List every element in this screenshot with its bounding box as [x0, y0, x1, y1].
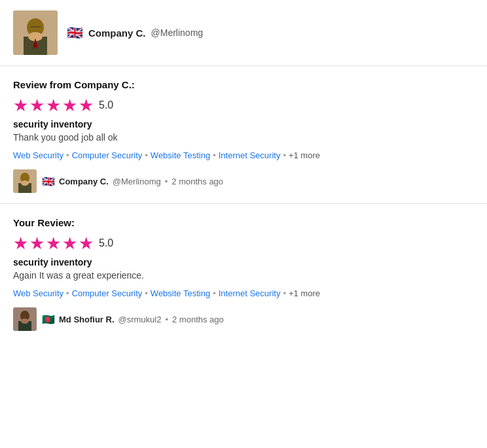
- flag-icon-header: 🇬🇧: [67, 25, 83, 41]
- tag-website-testing-1[interactable]: Website Testing: [151, 150, 210, 160]
- tag-web-security-2[interactable]: Web Security: [13, 288, 63, 298]
- dot-sep-2a: •: [66, 288, 69, 298]
- reviewer-handle-1: @Merlinomg: [113, 177, 161, 186]
- star-1-4: ★: [62, 97, 77, 114]
- review-section-2: Your Review: ★ ★ ★ ★ ★ 5.0 security inve…: [0, 204, 487, 341]
- reviewer-info-2: 🇧🇩 Md Shofiur R. @srmukul2 • 2 months ag…: [42, 313, 224, 326]
- dot-sep-2d: •: [283, 288, 286, 298]
- tag-internet-security-2[interactable]: Internet Security: [219, 288, 281, 298]
- star-1-5: ★: [79, 97, 94, 114]
- svg-point-13: [21, 319, 29, 324]
- star-1-2: ★: [29, 97, 45, 114]
- svg-point-9: [21, 181, 29, 186]
- review-section-1: Review from Company C.: ★ ★ ★ ★ ★ 5.0 se…: [0, 66, 487, 204]
- tag-website-testing-2[interactable]: Website Testing: [151, 288, 210, 298]
- sep-dot-2: •: [165, 315, 168, 324]
- reviewer-row-2: 🇧🇩 Md Shofiur R. @srmukul2 • 2 months ag…: [13, 307, 474, 331]
- tag-internet-security-1[interactable]: Internet Security: [219, 150, 281, 160]
- review-body-1: Thank you good job all ok: [13, 132, 474, 143]
- reviewer-row-1: 🇬🇧 Company C. @Merlinomg • 2 months ago: [13, 169, 474, 193]
- star-2-5: ★: [79, 235, 94, 252]
- more-link-2[interactable]: +1 more: [289, 288, 320, 298]
- sep-dot-1: •: [165, 177, 168, 186]
- review-body-2: Again It was a great experience.: [13, 270, 474, 281]
- dot-sep-2b: •: [145, 288, 148, 298]
- tag-computer-security-2[interactable]: Computer Security: [72, 288, 143, 298]
- profile-header: 🇬🇧 Company C. @Merlinomg: [0, 0, 487, 66]
- rating-num-1: 5.0: [99, 99, 113, 111]
- dot-sep-1a: •: [66, 150, 69, 160]
- star-1-3: ★: [46, 97, 61, 114]
- dot-sep-2c: •: [213, 288, 216, 298]
- your-review-label: Your Review:: [13, 217, 474, 228]
- tags-row-1: Web Security • Computer Security • Websi…: [13, 150, 474, 160]
- header-company-name: Company C.: [88, 27, 146, 39]
- more-link-1[interactable]: +1 more: [289, 150, 320, 160]
- reviewer-flag-2: 🇧🇩: [42, 313, 55, 326]
- star-2-3: ★: [46, 235, 61, 252]
- rating-num-2: 5.0: [99, 237, 113, 249]
- header-username: @Merlinomg: [151, 27, 204, 38]
- reviewer-flag-1: 🇬🇧: [42, 175, 55, 188]
- reviewer-time-2: 2 months ago: [172, 315, 224, 324]
- stars-row-1: ★ ★ ★ ★ ★ 5.0: [13, 97, 474, 114]
- dot-sep-1d: •: [283, 150, 286, 160]
- reviewer-name-1: Company C.: [59, 177, 109, 186]
- star-2-4: ★: [62, 235, 77, 252]
- review-title-1: security inventory: [13, 119, 474, 129]
- star-1-1: ★: [13, 97, 28, 114]
- tag-web-security-1[interactable]: Web Security: [13, 150, 63, 160]
- tags-row-2: Web Security • Computer Security • Websi…: [13, 288, 474, 298]
- dot-sep-1c: •: [213, 150, 216, 160]
- review-title-2: security inventory: [13, 257, 474, 267]
- reviewer-avatar-2: [13, 307, 37, 331]
- dot-sep-1b: •: [145, 150, 148, 160]
- reviewer-handle-2: @srmukul2: [118, 315, 162, 324]
- reviewer-avatar-1: [13, 169, 37, 193]
- tag-computer-security-1[interactable]: Computer Security: [72, 150, 143, 160]
- star-2-2: ★: [29, 235, 45, 252]
- stars-row-2: ★ ★ ★ ★ ★ 5.0: [13, 235, 474, 252]
- reviewer-time-1: 2 months ago: [171, 177, 223, 186]
- avatar-large: [13, 10, 58, 55]
- review-from-label: Review from Company C.:: [13, 79, 474, 90]
- header-info: 🇬🇧 Company C. @Merlinomg: [67, 25, 203, 41]
- reviewer-name-2: Md Shofiur R.: [59, 315, 115, 324]
- reviewer-info-1: 🇬🇧 Company C. @Merlinomg • 2 months ago: [42, 175, 223, 188]
- star-2-1: ★: [13, 235, 28, 252]
